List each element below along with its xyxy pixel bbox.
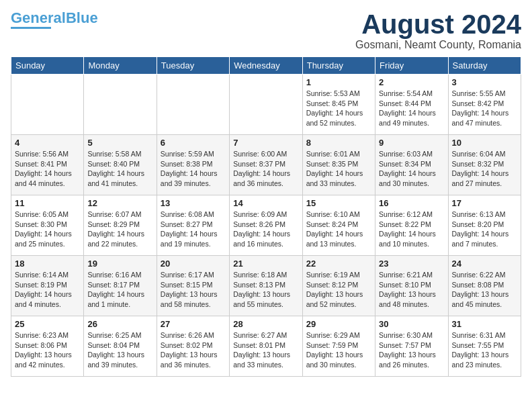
calendar-cell: 17Sunrise: 6:13 AM Sunset: 8:20 PM Dayli… <box>448 195 521 256</box>
day-content: Sunrise: 5:53 AM Sunset: 8:45 PM Dayligh… <box>306 89 371 128</box>
day-number: 3 <box>452 77 517 87</box>
calendar-cell: 11Sunrise: 6:05 AM Sunset: 8:30 PM Dayli… <box>11 195 84 256</box>
day-content: Sunrise: 6:07 AM Sunset: 8:29 PM Dayligh… <box>87 210 152 249</box>
day-number: 1 <box>306 77 371 87</box>
weekday-header-tuesday: Tuesday <box>157 57 229 75</box>
day-content: Sunrise: 6:29 AM Sunset: 7:59 PM Dayligh… <box>306 330 371 370</box>
day-content: Sunrise: 6:25 AM Sunset: 8:04 PM Dayligh… <box>87 330 152 370</box>
day-content: Sunrise: 6:12 AM Sunset: 8:22 PM Dayligh… <box>379 210 444 249</box>
day-content: Sunrise: 6:08 AM Sunset: 8:27 PM Dayligh… <box>161 210 226 249</box>
logo-general: General <box>11 9 66 26</box>
day-content: Sunrise: 6:13 AM Sunset: 8:20 PM Dayligh… <box>452 210 517 249</box>
day-number: 21 <box>233 259 298 269</box>
day-number: 11 <box>15 198 80 208</box>
day-number: 2 <box>379 77 444 87</box>
calendar-cell: 10Sunrise: 6:04 AM Sunset: 8:32 PM Dayli… <box>448 135 521 195</box>
day-number: 31 <box>452 319 517 329</box>
calendar-cell: 5Sunrise: 5:58 AM Sunset: 8:40 PM Daylig… <box>84 135 157 195</box>
day-number: 15 <box>306 198 371 208</box>
title-area: August 2024 Gosmani, Neamt County, Roman… <box>355 11 521 51</box>
calendar-cell: 6Sunrise: 5:59 AM Sunset: 8:38 PM Daylig… <box>157 135 229 195</box>
calendar-cell: 30Sunrise: 6:30 AM Sunset: 7:57 PM Dayli… <box>375 316 448 377</box>
calendar-cell: 28Sunrise: 6:27 AM Sunset: 8:01 PM Dayli… <box>230 316 302 377</box>
day-content: Sunrise: 6:10 AM Sunset: 8:24 PM Dayligh… <box>306 210 371 249</box>
calendar-cell: 15Sunrise: 6:10 AM Sunset: 8:24 PM Dayli… <box>302 195 375 256</box>
day-number: 24 <box>452 259 517 269</box>
day-content: Sunrise: 6:14 AM Sunset: 8:19 PM Dayligh… <box>15 270 80 310</box>
calendar-cell: 7Sunrise: 6:00 AM Sunset: 8:37 PM Daylig… <box>230 135 302 195</box>
day-content: Sunrise: 6:03 AM Sunset: 8:34 PM Dayligh… <box>379 149 444 189</box>
calendar-cell: 16Sunrise: 6:12 AM Sunset: 8:22 PM Dayli… <box>375 195 448 256</box>
calendar-cell: 20Sunrise: 6:17 AM Sunset: 8:15 PM Dayli… <box>157 256 229 316</box>
logo-blue: Blue <box>66 9 98 26</box>
day-number: 20 <box>161 259 226 269</box>
month-year: August 2024 <box>355 11 521 38</box>
calendar-cell <box>11 75 84 135</box>
calendar-cell: 24Sunrise: 6:22 AM Sunset: 8:08 PM Dayli… <box>448 256 521 316</box>
weekday-header-thursday: Thursday <box>302 57 375 75</box>
day-content: Sunrise: 6:00 AM Sunset: 8:37 PM Dayligh… <box>233 149 298 189</box>
day-content: Sunrise: 6:21 AM Sunset: 8:10 PM Dayligh… <box>379 270 444 310</box>
day-number: 30 <box>379 319 444 329</box>
day-number: 19 <box>87 259 152 269</box>
day-number: 14 <box>233 198 298 208</box>
calendar-cell: 1Sunrise: 5:53 AM Sunset: 8:45 PM Daylig… <box>302 75 375 135</box>
day-content: Sunrise: 6:04 AM Sunset: 8:32 PM Dayligh… <box>452 149 517 189</box>
day-number: 25 <box>15 319 80 329</box>
day-content: Sunrise: 5:58 AM Sunset: 8:40 PM Dayligh… <box>87 149 152 189</box>
day-content: Sunrise: 6:17 AM Sunset: 8:15 PM Dayligh… <box>161 270 226 310</box>
week-row-3: 11Sunrise: 6:05 AM Sunset: 8:30 PM Dayli… <box>11 195 521 256</box>
day-number: 4 <box>15 138 80 148</box>
calendar-cell: 18Sunrise: 6:14 AM Sunset: 8:19 PM Dayli… <box>11 256 84 316</box>
calendar-cell: 29Sunrise: 6:29 AM Sunset: 7:59 PM Dayli… <box>302 316 375 377</box>
day-content: Sunrise: 6:01 AM Sunset: 8:35 PM Dayligh… <box>306 149 371 189</box>
day-number: 18 <box>15 259 80 269</box>
day-number: 16 <box>379 198 444 208</box>
day-number: 12 <box>87 198 152 208</box>
day-content: Sunrise: 5:55 AM Sunset: 8:42 PM Dayligh… <box>452 89 517 128</box>
week-row-5: 25Sunrise: 6:23 AM Sunset: 8:06 PM Dayli… <box>11 316 521 377</box>
day-content: Sunrise: 6:05 AM Sunset: 8:30 PM Dayligh… <box>15 210 80 249</box>
day-number: 13 <box>161 198 226 208</box>
day-content: Sunrise: 5:54 AM Sunset: 8:44 PM Dayligh… <box>379 89 444 128</box>
calendar-cell: 19Sunrise: 6:16 AM Sunset: 8:17 PM Dayli… <box>84 256 157 316</box>
calendar-cell: 23Sunrise: 6:21 AM Sunset: 8:10 PM Dayli… <box>375 256 448 316</box>
calendar-cell: 26Sunrise: 6:25 AM Sunset: 8:04 PM Dayli… <box>84 316 157 377</box>
day-number: 5 <box>87 138 152 148</box>
day-content: Sunrise: 6:31 AM Sunset: 7:55 PM Dayligh… <box>452 330 517 370</box>
calendar-cell: 22Sunrise: 6:19 AM Sunset: 8:12 PM Dayli… <box>302 256 375 316</box>
day-number: 17 <box>452 198 517 208</box>
calendar-cell <box>230 75 302 135</box>
day-content: Sunrise: 6:27 AM Sunset: 8:01 PM Dayligh… <box>233 330 298 370</box>
weekday-header-friday: Friday <box>375 57 448 75</box>
weekday-header-monday: Monday <box>84 57 157 75</box>
calendar-cell <box>157 75 229 135</box>
day-number: 26 <box>87 319 152 329</box>
day-content: Sunrise: 6:22 AM Sunset: 8:08 PM Dayligh… <box>452 270 517 310</box>
day-content: Sunrise: 5:56 AM Sunset: 8:41 PM Dayligh… <box>15 149 80 189</box>
weekday-header-row: SundayMondayTuesdayWednesdayThursdayFrid… <box>11 57 521 75</box>
day-number: 29 <box>306 319 371 329</box>
logo-underline <box>11 27 51 29</box>
day-number: 23 <box>379 259 444 269</box>
logo-text: GeneralBlue <box>11 11 98 26</box>
day-number: 7 <box>233 138 298 148</box>
day-number: 27 <box>161 319 226 329</box>
day-content: Sunrise: 6:30 AM Sunset: 7:57 PM Dayligh… <box>379 330 444 370</box>
day-content: Sunrise: 6:19 AM Sunset: 8:12 PM Dayligh… <box>306 270 371 310</box>
calendar-cell: 8Sunrise: 6:01 AM Sunset: 8:35 PM Daylig… <box>302 135 375 195</box>
weekday-header-wednesday: Wednesday <box>230 57 302 75</box>
calendar-cell: 21Sunrise: 6:18 AM Sunset: 8:13 PM Dayli… <box>230 256 302 316</box>
day-number: 22 <box>306 259 371 269</box>
location: Gosmani, Neamt County, Romania <box>355 39 521 51</box>
week-row-2: 4Sunrise: 5:56 AM Sunset: 8:41 PM Daylig… <box>11 135 521 195</box>
day-number: 9 <box>379 138 444 148</box>
calendar-cell: 4Sunrise: 5:56 AM Sunset: 8:41 PM Daylig… <box>11 135 84 195</box>
day-number: 6 <box>161 138 226 148</box>
header: GeneralBlue August 2024 Gosmani, Neamt C… <box>11 11 521 51</box>
calendar: SundayMondayTuesdayWednesdayThursdayFrid… <box>11 56 521 377</box>
day-number: 28 <box>233 319 298 329</box>
calendar-cell: 9Sunrise: 6:03 AM Sunset: 8:34 PM Daylig… <box>375 135 448 195</box>
calendar-cell: 27Sunrise: 6:26 AM Sunset: 8:02 PM Dayli… <box>157 316 229 377</box>
calendar-cell: 13Sunrise: 6:08 AM Sunset: 8:27 PM Dayli… <box>157 195 229 256</box>
